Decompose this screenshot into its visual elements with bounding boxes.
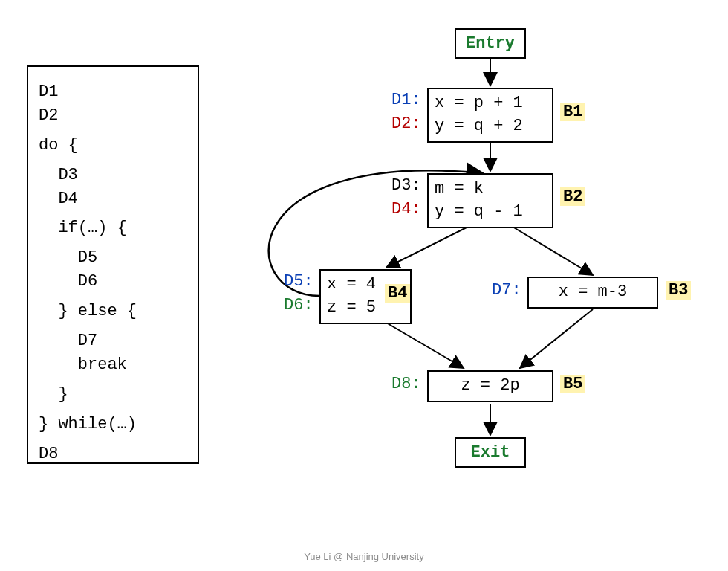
cfg-stmt: y = q + 2 [435,115,546,138]
stmt-label-d3: D3: [391,176,421,195]
svg-line-3 [513,227,593,275]
code-line: D2 [39,104,190,128]
cfg-block-b3: x = m-3 [527,277,658,309]
stmt-label-d1: D1: [391,91,421,109]
cfg-stmt: z = 2p [435,375,546,398]
block-tag-b2: B2 [560,187,585,206]
block-tag-b3: B3 [666,281,691,300]
svg-line-2 [386,227,468,268]
stmt-label-d8: D8: [391,375,421,393]
stmt-label-d2: D2: [391,114,421,133]
code-line: D4 [39,187,190,211]
cfg-stmt: y = q - 1 [435,201,546,224]
stmt-label-d7: D7: [492,281,521,300]
cfg-block-b5: z = 2p [427,370,553,402]
cfg-block-b1: x = p + 1 y = q + 2 [427,88,553,143]
cfg-stmt: m = k [435,178,546,201]
block-tag-b5: B5 [560,375,585,393]
cfg-block-b2: m = k y = q - 1 [427,173,553,228]
code-line: } while(…) [39,413,190,436]
code-line: D1 [39,80,190,104]
code-line: D8 [39,442,190,466]
cfg-entry-node: Entry [455,28,526,59]
code-line: D5 [39,246,190,270]
block-tag-b1: B1 [560,103,585,121]
code-line: do { [39,134,190,158]
block-tag-b4: B4 [385,284,410,303]
cfg-exit-node: Exit [455,437,526,468]
code-line: if(…) { [39,216,190,240]
stmt-label-d4: D4: [391,200,421,219]
code-line: } [39,383,190,407]
code-line: break [39,353,190,377]
code-line: } else { [39,300,190,323]
stmt-label-d5: D5: [284,272,313,291]
svg-line-5 [386,323,464,368]
cfg-stmt: x = p + 1 [435,92,546,115]
slide-footer: Yue Li @ Nanjing University [0,551,728,562]
stmt-label-d6: D6: [284,296,313,314]
code-line: D6 [39,270,190,294]
code-listing: D1 D2 do { D3 D4 if(…) { D5 D6 } else { … [27,65,199,464]
code-line: D7 [39,329,190,353]
cfg-stmt: x = m-3 [535,281,651,304]
cfg-diagram: Entry x = p + 1 y = q + 2 D1: D2: B1 m =… [245,15,728,535]
code-line: D3 [39,164,190,187]
svg-line-4 [520,309,593,368]
